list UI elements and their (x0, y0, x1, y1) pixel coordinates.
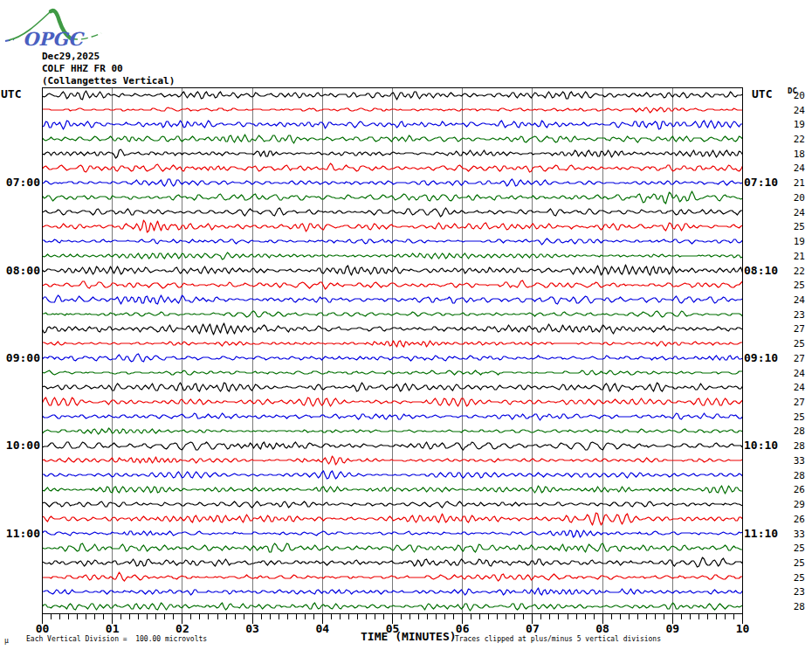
x-axis-title: TIME (MINUTES) (361, 630, 457, 643)
footer-mu-mark: µ (4, 637, 9, 645)
hour-label-left: 07:00 (0, 176, 40, 189)
dc-value: 24 (768, 382, 805, 393)
dc-value: 28 (768, 470, 805, 481)
dc-value: 25 (768, 280, 805, 291)
dc-value: 24 (768, 368, 805, 379)
dc-value: 20 (768, 192, 805, 204)
dc-value: 25 (768, 221, 805, 232)
dc-value: 26 (768, 514, 805, 525)
x-tick-label: 04 (309, 622, 335, 635)
x-tick-label: 00 (30, 622, 56, 635)
dc-value: 20 (768, 90, 805, 101)
x-tick-label: 01 (100, 622, 126, 635)
hour-label-left: 11:00 (0, 527, 40, 540)
x-tick-label: 09 (659, 622, 685, 635)
x-tick-label: 07 (520, 622, 546, 635)
dc-value: 24 (768, 162, 805, 174)
dc-value: 28 (768, 440, 805, 452)
dc-value: 24 (768, 207, 805, 218)
dc-value: 19 (768, 236, 805, 247)
dc-value: 33 (768, 529, 805, 540)
dc-value: 19 (768, 119, 805, 130)
x-tick-label: 10 (730, 622, 756, 635)
dc-value: 33 (768, 455, 805, 467)
dc-value: 21 (768, 251, 805, 262)
dc-value: 25 (768, 572, 805, 584)
dc-value: 24 (768, 294, 805, 306)
hour-label-left: 09:00 (0, 351, 40, 364)
dc-value: 25 (768, 338, 805, 349)
dc-value: 29 (768, 499, 805, 510)
dc-value: 27 (768, 323, 805, 335)
x-tick-label: 03 (239, 622, 265, 635)
dc-value: 25 (768, 543, 805, 554)
dc-value: 24 (768, 105, 805, 116)
dc-value: 25 (768, 411, 805, 423)
footer-clip-note: Traces clipped at plus/minus 5 vertical … (455, 635, 661, 643)
x-tick-label: 02 (169, 622, 196, 635)
dc-value: 22 (768, 266, 805, 277)
dc-value: 27 (768, 353, 805, 364)
helicorder-plot (0, 0, 812, 650)
dc-value: 18 (768, 149, 805, 160)
x-tick-label: 08 (589, 622, 616, 635)
footer-scale-note: Each Vertical Division = 100.00 microvol… (26, 635, 207, 643)
dc-value: 23 (768, 586, 805, 598)
dc-value: 28 (768, 601, 805, 612)
hour-label-left: 10:00 (0, 439, 40, 452)
hour-label-left: 08:00 (0, 264, 40, 277)
dc-value: 22 (768, 134, 805, 145)
helicorder-page: OPGC Dec29,2025 COLF HHZ FR 00 (Collange… (0, 0, 812, 650)
dc-value: 28 (768, 425, 805, 437)
dc-value: 23 (768, 309, 805, 321)
dc-value: 25 (768, 557, 805, 569)
dc-value: 26 (768, 484, 805, 495)
dc-value: 27 (768, 397, 805, 408)
dc-value: 21 (768, 177, 805, 189)
